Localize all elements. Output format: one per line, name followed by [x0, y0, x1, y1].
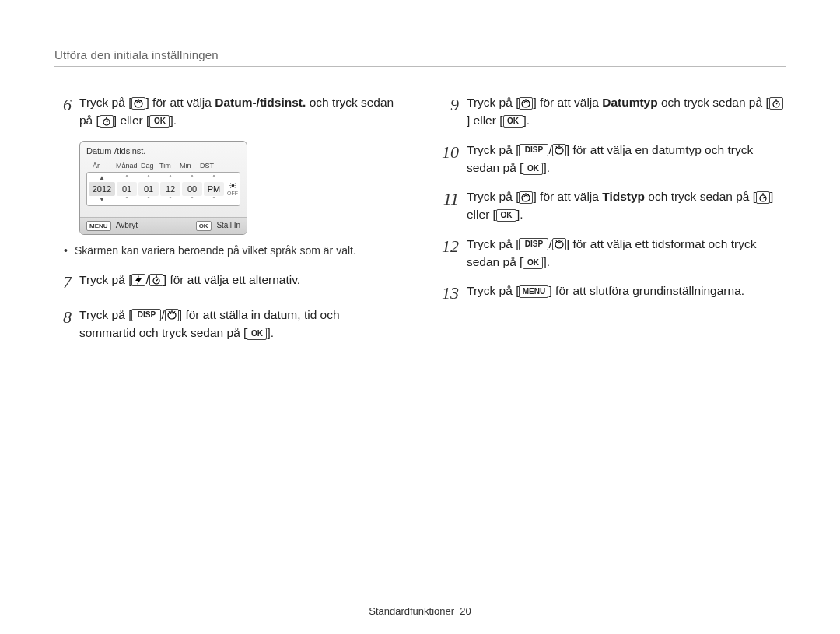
text: Tryck på [ [467, 190, 519, 203]
text: ] för att välja [533, 190, 602, 203]
sun-icon: ☀ [229, 181, 237, 191]
step-8: 8 Tryck på [DISP/] för att ställa in dat… [54, 306, 398, 342]
macro-icon [165, 309, 179, 321]
disp-icon: DISP [519, 238, 548, 250]
day-col[interactable]: ˄ 01 ˅ [138, 174, 159, 204]
header-hour: Tim [159, 162, 180, 170]
step-number: 8 [54, 304, 72, 342]
timer-icon [769, 97, 783, 110]
menu-button-icon: MENU [86, 221, 111, 231]
footer-section: Standardfunktioner [369, 605, 454, 617]
bold-text: Datumtyp [602, 96, 657, 109]
step-number: 9 [442, 92, 459, 130]
ok-icon: OK [247, 328, 267, 340]
macro-icon [552, 144, 566, 156]
arrow-down-icon[interactable]: ▼ [99, 196, 105, 204]
breadcrumb: Utföra den initiala inställningen [54, 48, 786, 67]
dst-col[interactable]: ☀ OFF [226, 174, 240, 204]
macro-icon [519, 191, 533, 204]
year-col[interactable]: ▲ 2012 ▼ [89, 174, 115, 204]
text: ]. [523, 114, 530, 127]
text: ]. [543, 161, 550, 174]
step-body: Tryck på [] för att välja Datumtyp och t… [467, 93, 786, 130]
step-number: 13 [442, 280, 459, 306]
footer-page: 20 [460, 605, 471, 617]
header-dst: DST [200, 162, 225, 170]
right-column: 9 Tryck på [] för att välja Datumtyp och… [442, 93, 786, 352]
text: ] för att välja [145, 96, 215, 109]
left-column: 6 Tryck på [] för att välja Datum-/tidsi… [54, 93, 398, 352]
month-col[interactable]: ˄ 01 ˅ [117, 174, 137, 204]
step-number: 10 [442, 139, 459, 177]
step-9: 9 Tryck på [] för att välja Datumtyp och… [442, 93, 786, 130]
text: ] för att slutföra grundinställningarna. [548, 284, 744, 297]
min-col[interactable]: ˄ 00 ˅ [182, 174, 202, 204]
timer-icon [149, 274, 163, 286]
chevron-down-icon[interactable]: ˅ [125, 196, 128, 204]
text: Tryck på [ [467, 237, 519, 250]
step-13: 13 Tryck på [MENU] för att slutföra grun… [442, 282, 786, 306]
hour-value: 12 [160, 182, 180, 196]
step-body: Tryck på [MENU] för att slutföra grundin… [467, 282, 786, 306]
step-11: 11 Tryck på [] för att välja Tidstyp och… [442, 187, 786, 224]
step-12: 12 Tryck på [DISP/] för att välja ett ti… [442, 235, 786, 271]
ok-icon: OK [496, 209, 516, 222]
chevron-down-icon[interactable]: ˅ [169, 196, 172, 204]
camera-screen: Datum-/tidsinst. År Månad Dag Tim Min DS… [79, 141, 398, 235]
text: och tryck sedan på [ [645, 190, 756, 203]
header-min: Min [180, 162, 200, 170]
text: ]. [543, 255, 550, 268]
step-6: 6 Tryck på [] för att välja Datum-/tidsi… [54, 93, 398, 130]
picker-headers: År Månad Dag Tim Min DST [80, 162, 247, 172]
text: Tryck på [ [467, 284, 519, 297]
text: ] eller [ [114, 114, 150, 127]
header-year: År [93, 162, 116, 170]
text: ]. [267, 326, 274, 339]
chevron-down-icon[interactable]: ˅ [147, 196, 150, 204]
ok-label: Ställ In [216, 221, 240, 229]
chevron-up-icon[interactable]: ˄ [147, 174, 150, 182]
month-value: 01 [117, 182, 137, 196]
ampm-value: PM [204, 182, 224, 196]
day-value: 01 [138, 182, 159, 196]
chevron-up-icon[interactable]: ˄ [191, 174, 194, 182]
text: ] eller [ [467, 114, 503, 127]
text: ]. [170, 114, 177, 127]
ok-icon: OK [149, 115, 170, 128]
chevron-up-icon[interactable]: ˄ [212, 174, 215, 182]
ampm-col[interactable]: ˄ PM ˅ [204, 174, 224, 204]
content-columns: 6 Tryck på [] för att välja Datum-/tidsi… [54, 93, 786, 352]
chevron-up-icon[interactable]: ˄ [169, 174, 172, 182]
step-number: 11 [442, 186, 459, 224]
screen-footer: MENU Avbryt OK Ställ In [80, 217, 247, 234]
disp-icon: DISP [519, 144, 548, 156]
step-number: 6 [54, 92, 72, 130]
arrow-up-icon[interactable]: ▲ [99, 174, 105, 182]
text: och tryck sedan på [ [658, 96, 769, 109]
ok-button-icon: OK [196, 221, 212, 231]
chevron-down-icon[interactable]: ˅ [212, 196, 215, 204]
year-value: 2012 [89, 182, 115, 196]
picker-row: ▲ 2012 ▼ ˄ 01 ˅ ˄ 01 ˅ ˄ [86, 172, 240, 206]
ok-icon: OK [523, 163, 543, 175]
chevron-up-icon[interactable]: ˄ [125, 174, 128, 182]
flash-icon [131, 274, 145, 286]
page-footer: Standardfunktioner 20 [0, 605, 840, 617]
step-number: 12 [442, 233, 459, 271]
text: Tryck på [ [79, 273, 131, 286]
macro-icon [552, 238, 566, 250]
timer-icon [100, 115, 114, 128]
text: ]. [516, 208, 523, 221]
min-value: 00 [182, 182, 202, 196]
macro-icon [519, 97, 533, 110]
menu-label: Avbryt [116, 221, 138, 229]
hour-col[interactable]: ˄ 12 ˅ [160, 174, 180, 204]
bold-text: Datum-/tidsinst. [215, 96, 306, 109]
screen-title: Datum-/tidsinst. [80, 142, 247, 162]
text: Tryck på [ [79, 96, 131, 109]
footer-left: MENU Avbryt [86, 221, 138, 231]
text: Tryck på [ [79, 308, 131, 321]
bold-text: Tidstyp [602, 190, 645, 203]
chevron-down-icon[interactable]: ˅ [191, 196, 194, 204]
disp-icon: DISP [131, 309, 161, 321]
